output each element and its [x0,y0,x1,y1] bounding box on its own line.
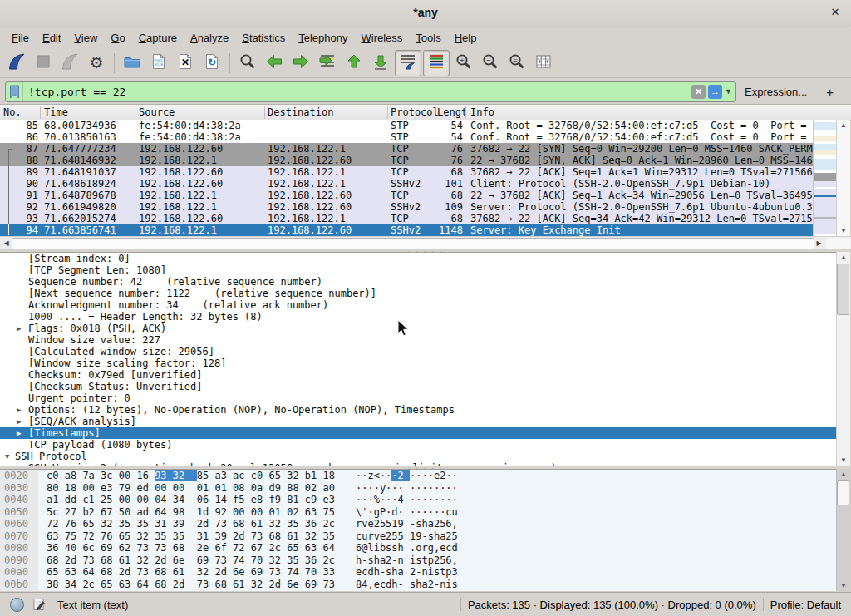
hex-bytes[interactable]: 36 40 6c 69 62 73 73 68 2e 6f 72 67 2c 6… [47,542,335,554]
filter-clear-button[interactable]: ✕ [691,85,706,99]
go-to-packet-button[interactable] [315,51,340,76]
scroll-up-icon[interactable]: ▲ [837,120,850,131]
hex-bytes[interactable]: 68 2d 73 68 61 32 2d 6e 69 73 74 70 32 3… [47,554,335,567]
hex-bytes[interactable]: 38 34 2c 65 63 64 68 2d 73 68 61 32 2d 6… [47,579,335,591]
column-header-source[interactable]: Source [139,106,175,118]
hex-ascii[interactable]: 84,ecdh- sha2-nis [356,579,458,591]
column-header-time[interactable]: Time [44,106,68,118]
menu-analyze[interactable]: Analyze [184,29,235,47]
detail-line[interactable]: ▶[SEQ/ACK analysis] [0,416,836,427]
zoom-original-button[interactable]: = [504,51,529,76]
detail-line[interactable]: ▼SSH Protocol [0,451,836,462]
packet-row-87[interactable]: 8771.647777234192.168.122.60192.168.122.… [0,143,813,155]
packet-row-91[interactable]: 9171.648789678192.168.122.1192.168.122.6… [0,190,813,201]
expand-icon[interactable]: ▶ [17,404,21,416]
colorize-button[interactable] [423,50,450,76]
detail-line[interactable]: [Next sequence number: 1122 (relative se… [0,288,836,299]
packet-row-90[interactable]: 9071.648618924192.168.122.60192.168.122.… [0,178,813,190]
hex-row-00a0[interactable]: 00a065 63 64 68 2d 73 68 61 32 2d 6e 69 … [0,566,836,579]
hex-row-00b0[interactable]: 00b038 34 2c 65 63 64 68 2d 73 68 61 32 … [0,579,836,591]
packet-list-minimap-scrollbar[interactable] [813,120,836,236]
go-back-button[interactable] [262,51,287,76]
hex-ascii[interactable]: ecdh-sha 2-nistp3 [356,566,458,579]
column-divider[interactable] [264,106,265,119]
scroll-left-icon[interactable]: ◀ [1,238,12,249]
hex-row-0050[interactable]: 00505c 27 b2 67 50 ad 64 98 1d 92 00 00 … [0,506,836,519]
column-divider[interactable] [40,106,41,119]
menu-file[interactable]: File [5,29,36,47]
hex-ascii[interactable]: rve25519 -sha256, [356,518,458,530]
restart-capture-button[interactable] [57,51,82,76]
expand-icon[interactable]: ▶ [17,427,21,439]
reload-file-button[interactable]: ↻ [199,51,224,76]
packet-row-86[interactable]: 8670.013850163fe:54:00:d4:38:2aSTP54Conf… [0,131,813,143]
scroll-up-icon[interactable]: ▲ [837,469,850,480]
display-filter-input[interactable]: !tcp.port == 22 ✕ → ▼ [5,81,736,102]
detail-line[interactable]: ▶[Timestamps] [0,427,836,439]
column-divider[interactable] [387,106,388,119]
scroll-right-icon[interactable]: ▶ [814,238,824,249]
scroll-down-icon[interactable]: ▼ [837,225,850,236]
column-header-no[interactable]: No. [3,106,22,118]
go-bottom-button[interactable] [368,51,393,76]
filter-bookmark-icon[interactable] [6,82,23,101]
column-header-length[interactable]: Length [437,106,465,118]
column-header-destination[interactable]: Destination [268,106,333,118]
auto-scroll-button[interactable] [395,50,421,76]
column-divider[interactable] [135,106,135,119]
hex-ascii[interactable]: ····y··· ········ [356,482,458,495]
detail-line[interactable]: Checksum: 0x79ed [unverified] [0,369,836,381]
column-divider[interactable] [435,106,435,119]
filter-apply-button[interactable]: → [708,85,722,99]
hex-ascii[interactable]: ··z<···2 ····e2·· [356,470,458,482]
column-header-info[interactable]: Info [470,106,494,118]
hex-row-0040[interactable]: 0040a1 dd c1 25 00 00 04 34 06 14 f5 e8 … [0,494,836,506]
column-header-protocol[interactable]: Protocol [391,106,439,118]
scroll-up-icon[interactable]: ▲ [837,252,850,263]
hex-ascii[interactable]: \'·gP·d· ······cu [356,506,458,519]
detail-line[interactable]: 1000 .... = Header Length: 32 bytes (8) [0,311,836,323]
hex-row-0060[interactable]: 006072 76 65 32 35 35 31 39 2d 73 68 61 … [0,518,836,530]
collapse-icon[interactable]: ▼ [5,451,9,462]
detail-line[interactable]: ▶Flags: 0x018 (PSH, ACK) [0,323,836,334]
zoom-in-button[interactable]: + [451,51,476,76]
menu-telephony[interactable]: Telephony [292,29,354,47]
hex-bytes[interactable]: 65 63 64 68 2d 73 68 61 32 2d 6e 69 73 7… [47,566,335,579]
hex-ascii[interactable]: curve255 19-sha25 [356,530,458,543]
hex-row-0030[interactable]: 003080 18 00 e3 79 ed 00 00 01 01 08 0a … [0,482,836,495]
filter-dropdown-arrow[interactable]: ▼ [725,87,732,96]
scroll-down-icon[interactable]: ▼ [837,580,850,591]
menu-statistics[interactable]: Statistics [235,29,292,47]
packet-list-header[interactable]: No.TimeSourceDestinationProtocolLengthIn… [0,105,851,121]
menu-tools[interactable]: Tools [409,29,447,47]
hex-ascii[interactable]: h-sha2-n istp256, [356,554,458,567]
capture-options-button[interactable]: ⚙ [84,51,109,76]
scroll-down-icon[interactable]: ▼ [837,455,850,466]
column-divider[interactable] [465,106,466,119]
save-file-button[interactable]: 01010110 [146,51,171,76]
hex-ascii[interactable]: ···%···4 ········ [356,494,458,506]
bytes-scroll-thumb[interactable] [837,480,849,505]
hex-bytes[interactable]: 5c 27 b2 67 50 ad 64 98 1d 92 00 00 01 0… [47,506,335,519]
resize-columns-button[interactable] [531,51,556,76]
titlebar[interactable]: *any ✕ [0,0,851,27]
stop-capture-button[interactable] [31,51,56,76]
detail-line[interactable]: [Checksum Status: Unverified] [0,381,836,392]
menu-view[interactable]: View [67,29,104,47]
hex-row-0090[interactable]: 009068 2d 73 68 61 32 2d 6e 69 73 74 70 … [0,554,836,567]
hex-bytes[interactable]: 63 75 72 76 65 32 35 35 31 39 2d 73 68 6… [47,530,335,543]
hex-row-0020[interactable]: 0020c0 a8 7a 3c 00 16 93 32 85 a3 ac c0 … [0,470,836,482]
packet-row-94[interactable]: 9471.663856741192.168.122.1192.168.122.6… [0,224,813,236]
detail-line[interactable]: [Window size scaling factor: 128] [0,357,836,369]
detail-line[interactable]: Sequence number: 42 (relative sequence n… [0,276,836,288]
hex-row-0080[interactable]: 008036 40 6c 69 62 73 73 68 2e 6f 72 67 … [0,542,836,554]
hex-row-0070[interactable]: 007063 75 72 76 65 32 35 35 31 39 2d 73 … [0,530,836,543]
hex-bytes[interactable]: a1 dd c1 25 00 00 04 34 06 14 f5 e8 f9 8… [47,494,335,506]
detail-line[interactable]: Urgent pointer: 0 [0,392,836,404]
close-file-button[interactable]: ✕ [173,51,198,76]
detail-line[interactable]: TCP payload (1080 bytes) [0,439,836,451]
detail-line[interactable]: [Stream index: 0] [0,253,836,264]
detail-line[interactable]: Window size value: 227 [0,334,836,346]
open-file-button[interactable] [120,51,145,76]
expand-icon[interactable]: ▶ [17,323,21,334]
